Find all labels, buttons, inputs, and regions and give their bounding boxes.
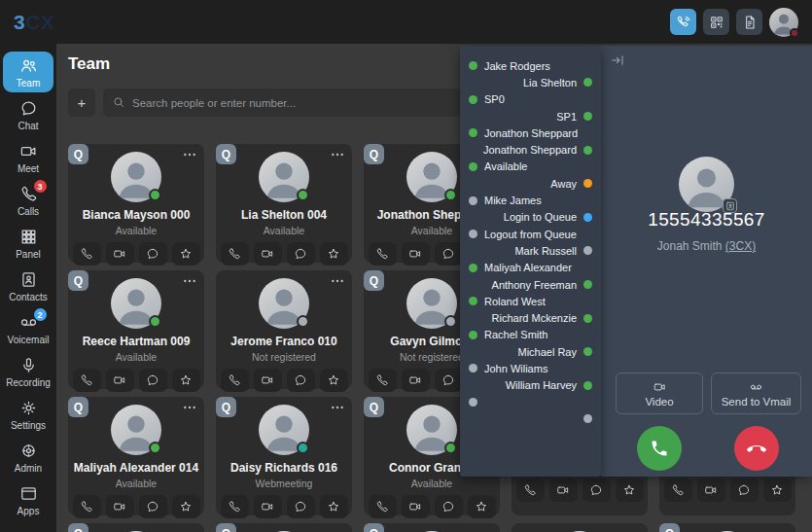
card-menu-button[interactable]	[180, 147, 199, 162]
video-call-button[interactable]	[402, 242, 430, 266]
chat-button[interactable]	[730, 479, 759, 502]
sidebar-item-apps[interactable]: Apps	[3, 479, 53, 520]
favorite-button[interactable]	[172, 369, 200, 392]
chat-button[interactable]	[435, 369, 463, 392]
add-button[interactable]: +	[68, 89, 95, 117]
card-menu-button[interactable]	[180, 273, 199, 289]
sidebar-item-contacts[interactable]: Contacts	[3, 266, 53, 306]
chat-button[interactable]	[287, 495, 315, 518]
transfer-list-item[interactable]: Jonathon Sheppard	[460, 124, 601, 141]
favorite-button[interactable]	[172, 242, 200, 266]
call-button[interactable]	[664, 479, 692, 502]
card-menu-button[interactable]	[476, 526, 495, 532]
member-status: Available	[364, 478, 500, 489]
video-call-button[interactable]	[106, 495, 134, 518]
transfer-list-item[interactable]: Jake Rodgers	[460, 57, 601, 74]
transfer-list-item[interactable]: Lia Shelton	[460, 74, 601, 90]
transfer-list-item[interactable]: Rachel Smith	[460, 327, 601, 343]
transfer-list-item[interactable]: Away	[460, 175, 601, 192]
transfer-list-item[interactable]: Roland West	[460, 293, 601, 309]
provisioning-button[interactable]	[736, 9, 762, 35]
favorite-button[interactable]	[468, 495, 496, 518]
chat-button[interactable]	[139, 242, 167, 266]
card-menu-button[interactable]	[328, 273, 347, 289]
sidebar-item-recording[interactable]: Recording	[3, 351, 53, 392]
call-button[interactable]	[221, 495, 249, 518]
card-menu-button[interactable]	[328, 400, 347, 415]
decline-call-button[interactable]	[734, 426, 779, 471]
card-menu-button[interactable]	[180, 400, 199, 415]
video-call-button[interactable]	[254, 369, 282, 392]
transfer-list-item[interactable]: Login to Queue	[460, 209, 601, 226]
qr-code-button[interactable]	[703, 9, 729, 35]
favorite-button[interactable]	[616, 479, 644, 502]
sidebar-item-chat[interactable]: Chat	[3, 94, 53, 135]
call-button[interactable]	[73, 369, 101, 392]
chat-button[interactable]	[435, 242, 463, 266]
sidebar-item-meet[interactable]: Meet	[3, 137, 53, 178]
card-menu-button[interactable]	[328, 147, 347, 162]
answer-call-button[interactable]	[637, 426, 682, 471]
card-menu-button[interactable]	[328, 526, 347, 532]
card-menu-button[interactable]	[623, 526, 643, 532]
sidebar-item-voicemail[interactable]: 2Voicemail	[3, 308, 53, 349]
chat-button[interactable]	[139, 495, 167, 518]
transfer-list-item[interactable]: SP0	[460, 91, 601, 108]
chat-button[interactable]	[435, 495, 463, 518]
sidebar-item-calls[interactable]: 3Calls	[3, 180, 53, 221]
favorite-button[interactable]	[320, 495, 348, 518]
call-button[interactable]	[369, 495, 397, 518]
softphone-button[interactable]	[670, 9, 696, 35]
chat-button[interactable]	[583, 479, 611, 502]
transfer-list-item[interactable]: Available	[460, 159, 601, 175]
video-call-button[interactable]	[254, 495, 282, 518]
video-call-button[interactable]	[402, 495, 430, 518]
transfer-list-item[interactable]: Logout from Queue	[460, 226, 601, 242]
video-call-button[interactable]	[402, 369, 430, 392]
call-button[interactable]	[73, 495, 101, 518]
video-call-button[interactable]	[106, 242, 134, 266]
dots-icon	[328, 526, 347, 532]
transfer-list-item[interactable]: John Wiliams	[460, 360, 601, 376]
chat-button[interactable]	[287, 369, 315, 392]
sidebar-item-admin[interactable]: Admin	[3, 437, 53, 478]
call-button[interactable]	[369, 242, 397, 266]
transfer-list-item[interactable]	[460, 394, 601, 410]
chat-button[interactable]	[139, 369, 167, 392]
sidebar-item-panel[interactable]: Panel	[3, 223, 53, 264]
video-call-button[interactable]	[254, 242, 282, 266]
chat-icon	[146, 500, 159, 514]
call-button[interactable]	[73, 242, 101, 266]
video-call-button[interactable]	[697, 479, 725, 502]
send-to-vmail-button[interactable]: Send to Vmail	[711, 372, 801, 414]
sidebar-item-team[interactable]: Team	[3, 52, 53, 92]
video-call-button[interactable]	[549, 479, 578, 502]
call-button[interactable]	[221, 242, 249, 266]
transfer-list-item[interactable]: Mark Russell	[460, 242, 601, 259]
transfer-list-item[interactable]: SP1	[460, 108, 601, 124]
transfer-list-item[interactable]	[460, 410, 601, 427]
transfer-list-item[interactable]: Maliyah Alexander	[460, 260, 601, 276]
profile-avatar[interactable]	[769, 8, 798, 37]
favorite-button[interactable]	[172, 495, 200, 518]
video-answer-button[interactable]: Video	[616, 372, 703, 414]
card-menu-button[interactable]	[771, 526, 791, 532]
favorite-button[interactable]	[320, 369, 348, 392]
caller-account-link[interactable]: (3CX)	[725, 239, 756, 253]
transfer-list-item[interactable]: Jonathon Sheppard	[460, 141, 601, 158]
transfer-list-item[interactable]: Mike James	[460, 192, 601, 208]
call-button[interactable]	[369, 369, 397, 392]
call-button[interactable]	[516, 479, 545, 502]
transfer-list-item[interactable]: William Harvey	[460, 377, 601, 394]
collapse-panel-button[interactable]	[610, 53, 627, 70]
card-menu-button[interactable]	[180, 526, 199, 532]
transfer-list-item[interactable]: Anthony Freeman	[460, 276, 601, 293]
favorite-button[interactable]	[763, 479, 792, 502]
sidebar-item-settings[interactable]: Settings	[3, 394, 53, 435]
chat-button[interactable]	[287, 242, 315, 266]
favorite-button[interactable]	[320, 242, 348, 266]
video-call-button[interactable]	[106, 369, 134, 392]
transfer-list-item[interactable]: Richard Mckenzie	[460, 309, 601, 326]
transfer-list-item[interactable]: Michael Ray	[460, 343, 601, 360]
call-button[interactable]	[221, 369, 249, 392]
